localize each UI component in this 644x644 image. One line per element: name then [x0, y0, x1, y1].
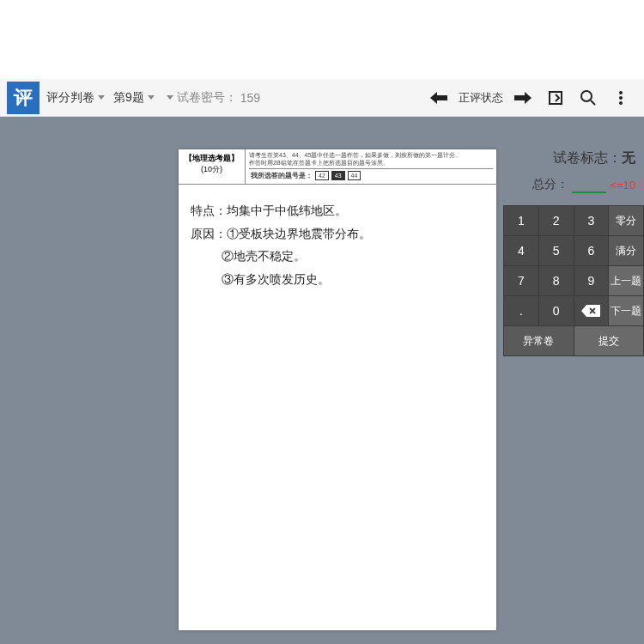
key-prev-question[interactable]: 上一题	[609, 266, 643, 295]
handwriting-line: 特点：均集中于中低纬地区。	[191, 200, 484, 223]
paper-header-title-box: 【地理选考题】 (10分)	[179, 149, 246, 184]
key-6[interactable]: 6	[574, 236, 609, 265]
app-logo: 评	[7, 82, 39, 114]
svg-point-5	[619, 101, 623, 105]
instruction-line: 作答时用2B铅笔在答题卡上把所选题目的题号涂黑。	[249, 159, 493, 167]
caret-down-icon	[167, 95, 173, 100]
key-backspace[interactable]	[574, 296, 609, 325]
section-title: 【地理选考题】	[180, 153, 243, 164]
key-3[interactable]: 3	[574, 206, 609, 235]
key-4[interactable]: 4	[504, 236, 538, 265]
key-2[interactable]: 2	[539, 206, 574, 235]
student-answer: 特点：均集中于中低纬地区。 原因：①受板块边界地震带分布。 ②地壳不稳定。 ③有…	[179, 185, 496, 307]
export-icon[interactable]	[544, 87, 567, 109]
key-next-question[interactable]: 下一题	[609, 296, 643, 325]
score-input[interactable]	[572, 176, 606, 193]
grading-dropdown[interactable]: 评分判卷	[46, 90, 105, 106]
paper-header: 【地理选考题】 (10分) 请考生在第43、44、45题中任选一题作答，如果多做…	[179, 149, 496, 185]
menu-icon[interactable]	[610, 87, 632, 109]
instruction-line: 请考生在第43、44、45题中任选一题作答，如果多做，则按所做的第一题计分。	[249, 151, 493, 159]
mark-value: 无	[622, 150, 635, 165]
caret-down-icon	[98, 95, 105, 100]
key-zero-score[interactable]: 零分	[609, 206, 643, 235]
total-label: 总分：	[532, 177, 568, 192]
score-keypad: 1 2 3 零分 4 5 6 满分 7 8 9 上一题 . 0 下一题 异常卷 …	[503, 205, 644, 356]
grading-label: 评分判卷	[46, 90, 94, 106]
key-1[interactable]: 1	[504, 206, 538, 235]
backspace-icon	[581, 305, 600, 317]
mark-label: 试卷标志：	[553, 150, 622, 165]
total-score-row: 总分： <=10	[503, 176, 644, 193]
handwriting-line: ②地壳不稳定。	[191, 246, 484, 269]
grading-status: 正评状态	[459, 90, 503, 106]
handwriting-line: ③有多次喷发历史。	[191, 269, 484, 292]
top-toolbar: 评 评分判卷 第9题 试卷密号： 159 正评状态	[0, 79, 644, 117]
key-submit[interactable]: 提交	[574, 326, 644, 355]
key-full-score[interactable]: 满分	[609, 236, 643, 265]
section-points: (10分)	[180, 164, 243, 175]
question-dropdown[interactable]: 第9题	[113, 90, 155, 106]
secret-value: 159	[240, 91, 260, 105]
answer-choice-row: 我所选答的题号是： 42 43 44	[249, 168, 493, 182]
key-dot[interactable]: .	[504, 296, 538, 325]
caret-down-icon	[148, 95, 155, 100]
answer-prompt: 我所选答的题号是：	[251, 172, 313, 180]
score-panel: 试卷标志：无 总分： <=10 1 2 3 零分 4 5 6 满分 7 8 9 …	[503, 149, 644, 356]
option-43-selected: 43	[331, 171, 345, 180]
grading-viewport: 【地理选考题】 (10分) 请考生在第43、44、45题中任选一题作答，如果多做…	[0, 117, 644, 644]
secret-dropdown[interactable]: 试卷密号： 159	[163, 90, 260, 106]
key-0[interactable]: 0	[539, 296, 574, 325]
svg-point-4	[619, 96, 623, 100]
max-score-hint: <=10	[610, 179, 635, 191]
paper-instructions: 请考生在第43、44、45题中任选一题作答，如果多做，则按所做的第一题计分。 作…	[246, 149, 496, 184]
paper-mark-row: 试卷标志：无	[503, 149, 644, 167]
svg-point-1	[581, 91, 592, 101]
next-arrow-icon[interactable]	[512, 87, 534, 109]
exam-paper[interactable]: 【地理选考题】 (10分) 请考生在第43、44、45题中任选一题作答，如果多做…	[179, 149, 496, 630]
handwriting-line: 原因：①受板块边界地震带分布。	[191, 223, 484, 246]
key-5[interactable]: 5	[539, 236, 574, 265]
key-7[interactable]: 7	[504, 266, 538, 295]
search-icon[interactable]	[577, 87, 599, 109]
key-abnormal[interactable]: 异常卷	[504, 326, 574, 355]
key-8[interactable]: 8	[539, 266, 574, 295]
option-44: 44	[348, 171, 361, 180]
question-label: 第9题	[113, 90, 144, 106]
secret-prefix: 试卷密号：	[177, 90, 237, 106]
key-9[interactable]: 9	[574, 266, 609, 295]
svg-line-2	[591, 100, 595, 105]
svg-point-3	[619, 91, 623, 94]
prev-arrow-icon[interactable]	[428, 87, 450, 109]
option-42: 42	[315, 171, 329, 180]
